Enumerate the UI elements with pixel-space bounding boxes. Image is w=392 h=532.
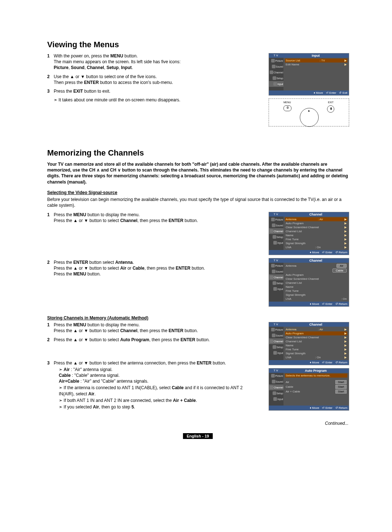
osd-side-setup: Setup	[269, 75, 283, 81]
sel-step1: 1 Press the MENU button to display the m…	[47, 212, 260, 223]
osd-channel-1: T VChannel Picture Sound Channel Setup I…	[269, 212, 349, 255]
osd-side-sound: Sound	[269, 64, 283, 69]
subhead-selecting: Selecting the Video Signal-source	[47, 190, 348, 195]
s1-step1: 1 With the power on, press the MENU butt…	[47, 53, 260, 71]
auto-step3: 3 Press the ▲ or ▼ button to select the …	[47, 360, 260, 411]
page-number: English - 19	[183, 433, 213, 439]
remote-dpad	[300, 108, 319, 127]
sel-step2: 2 Press the ENTER button select Antenna.…	[47, 259, 260, 277]
continued-label: Continued...	[47, 421, 348, 426]
selecting-desc: Before your television can begin memoriz…	[47, 197, 348, 208]
osd-side-picture: Picture	[269, 58, 283, 64]
s1-step2: 2 Use the ▲ or ▼ button to select one of…	[47, 74, 260, 85]
s1-step3: 3 Press the EXIT button to exit.	[47, 88, 260, 94]
memorizing-intro: Your TV can memorize and store all of th…	[47, 161, 348, 185]
s1-note: It takes about one minute until the on-s…	[54, 97, 260, 103]
osd-autoprogram: T VAuto Program Picture Sound Channel Se…	[269, 368, 349, 411]
osd-side-channel: Channel	[269, 69, 283, 75]
osd-input: T V Input Picture Sound Channel Setup In…	[269, 53, 349, 96]
auto-step1: 1 Press the MENU button to display the m…	[47, 322, 260, 334]
heading-memorizing: Memorizing the Channels	[47, 148, 348, 158]
osd-side-input: Input	[269, 81, 283, 87]
remote-menu-button: ⦿	[283, 105, 291, 111]
remote-exit-button: ·▮	[327, 105, 334, 113]
subhead-storing: Storing Channels in Memory (Automatic Me…	[47, 315, 348, 321]
auto-step2: 2 Press the ▲ or ▼ button to select Auto…	[47, 337, 260, 343]
remote-diagram: MENU ⦿ EXIT ·▮	[269, 98, 349, 126]
heading-viewing: Viewing the Menus	[47, 40, 348, 49]
osd-channel-2: T VChannel Picture Sound Channel Setup I…	[269, 258, 349, 307]
osd-channel-3: T VChannel Picture Sound Channel Setup I…	[269, 322, 349, 365]
